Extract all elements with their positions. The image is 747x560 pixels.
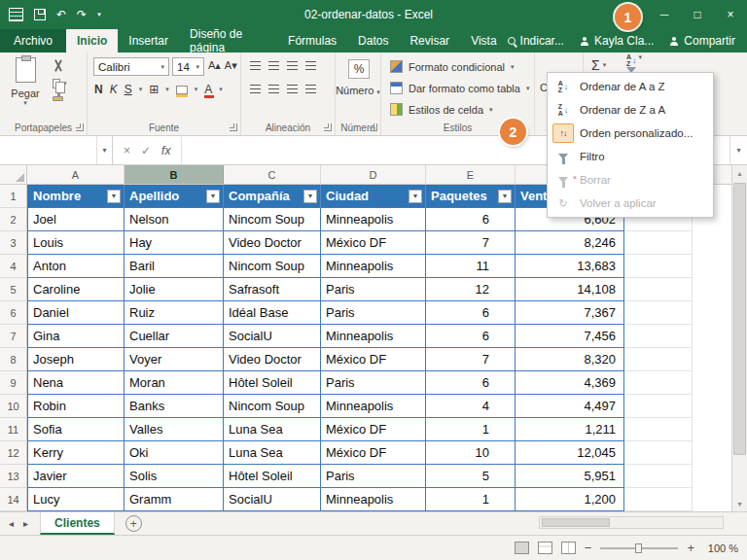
row-number[interactable]: 5 (0, 278, 27, 301)
horizontal-scrollbar[interactable] (539, 516, 724, 529)
cell[interactable]: SocialU (224, 488, 321, 511)
cell[interactable]: Minneapolis (321, 208, 426, 231)
fill-color-icon[interactable] (176, 86, 188, 94)
column-header-c[interactable]: C (224, 165, 321, 185)
zoom-in-icon[interactable]: + (687, 541, 694, 555)
cell[interactable]: 1 (426, 418, 516, 441)
save-icon[interactable] (34, 9, 46, 20)
merge-center-icon[interactable] (305, 85, 316, 93)
orientation-icon[interactable] (305, 61, 316, 70)
cell[interactable]: Idéal Base (224, 301, 321, 325)
filter-dropdown-icon[interactable]: ▼ (498, 190, 512, 203)
cell[interactable]: 10 (426, 441, 516, 465)
cell[interactable]: Moran (124, 371, 224, 395)
cut-button[interactable] (53, 60, 67, 71)
scroll-down-icon[interactable]: ▼ (732, 496, 747, 511)
zoom-slider[interactable] (600, 547, 678, 549)
header-cell-paquetes[interactable]: Paquetes▼ (426, 185, 516, 208)
row-number[interactable]: 6 (0, 301, 27, 325)
cell[interactable]: Minneapolis (321, 325, 426, 348)
sheet-tab-clientes[interactable]: Clientes (40, 512, 115, 535)
empty-cell[interactable] (624, 441, 693, 465)
cell[interactable]: México DF (321, 231, 426, 255)
page-break-view-icon[interactable] (561, 542, 576, 554)
header-cell-apellido[interactable]: Apellido▼ (124, 185, 224, 208)
cell[interactable]: Gramm (124, 488, 224, 511)
align-center-icon[interactable] (268, 85, 279, 93)
cell[interactable]: 6 (426, 208, 516, 231)
header-cell-compania[interactable]: Compañía▼ (224, 185, 321, 208)
align-left-icon[interactable] (250, 85, 261, 93)
maximize-button[interactable]: □ (681, 0, 714, 29)
copy-button[interactable]: ▾ (53, 79, 67, 88)
cell[interactable]: Luna Sea (224, 441, 321, 465)
cell[interactable]: 7 (426, 348, 516, 371)
cell[interactable]: Ruiz (124, 301, 224, 325)
cell[interactable]: Joel (27, 208, 124, 231)
increase-font-button[interactable]: A▴ (208, 59, 221, 72)
empty-cell[interactable] (624, 301, 693, 325)
font-color-button[interactable]: A (204, 83, 212, 96)
cell[interactable]: Banks (124, 395, 224, 418)
cell[interactable]: 6 (426, 325, 516, 348)
menu-item-sort-za[interactable]: ZA↓ Ordenar de Z a A (548, 98, 713, 122)
share-button[interactable]: Compartir (669, 34, 735, 48)
page-layout-view-icon[interactable] (538, 542, 552, 554)
sheet-next-icon[interactable]: ▸ (23, 518, 28, 529)
tab-formulas[interactable]: Fórmulas (277, 29, 347, 52)
tell-me-box[interactable]: Indicar... (508, 34, 564, 48)
select-all-corner[interactable] (0, 165, 27, 185)
account-user[interactable]: Kayla Cla... (580, 34, 654, 48)
name-box[interactable] (0, 136, 97, 164)
cell[interactable]: Voyer (124, 348, 224, 371)
menu-item-filter[interactable]: Filtro (548, 145, 713, 168)
align-bottom-icon[interactable] (287, 61, 298, 70)
row-number[interactable]: 8 (0, 348, 27, 371)
column-header-a[interactable]: A (27, 165, 124, 185)
cell[interactable]: Gina (27, 325, 124, 348)
dialog-launcher-icon[interactable] (370, 123, 377, 131)
cell[interactable]: Jolie (124, 278, 224, 301)
bold-button[interactable]: N (94, 83, 103, 96)
cell[interactable]: Paris (321, 278, 426, 301)
horizontal-scrollbar-thumb[interactable] (542, 518, 610, 527)
underline-caret-icon[interactable]: ▾ (139, 86, 143, 93)
header-cell-nombre[interactable]: Nombre▼ (27, 185, 124, 208)
cell[interactable]: 6 (426, 371, 516, 395)
dialog-launcher-icon[interactable] (230, 123, 237, 131)
row-number[interactable]: 2 (0, 208, 27, 231)
cell[interactable]: 8,246 (516, 231, 624, 255)
row-number[interactable]: 7 (0, 325, 27, 348)
font-size-combo[interactable]: 14▾ (172, 57, 204, 76)
minimize-button[interactable]: ─ (648, 0, 681, 29)
customize-qat-icon[interactable]: ▾ (97, 11, 101, 18)
tab-vista[interactable]: Vista (460, 29, 507, 52)
cell[interactable]: 12,045 (516, 441, 624, 465)
vertical-scrollbar[interactable]: ▲ ▼ (731, 165, 747, 511)
cell[interactable]: 4,497 (516, 395, 624, 418)
zoom-slider-thumb[interactable] (635, 543, 642, 553)
filter-dropdown-icon[interactable]: ▼ (303, 190, 317, 203)
cell[interactable]: Paris (321, 301, 426, 325)
empty-cell[interactable] (624, 278, 693, 301)
row-number[interactable]: 4 (0, 255, 27, 278)
sheet-prev-icon[interactable]: ◂ (9, 518, 14, 529)
empty-cell[interactable] (624, 325, 693, 348)
cell[interactable]: 5 (426, 465, 516, 488)
sort-filter-button[interactable]: AZ↓ ▾ (626, 53, 642, 73)
cell[interactable]: Louis (27, 231, 124, 255)
cell[interactable]: 6 (426, 301, 516, 325)
empty-cell[interactable] (624, 371, 693, 395)
cell[interactable]: 13,683 (516, 255, 624, 278)
cell[interactable]: 14,108 (516, 278, 624, 301)
close-button[interactable]: × (714, 0, 747, 29)
format-painter-button[interactable] (53, 96, 67, 101)
cell[interactable]: Javier (27, 465, 124, 488)
conditional-formatting-button[interactable]: Formato condicional▾ (390, 60, 515, 73)
autosum-button[interactable]: Σ▾ (591, 57, 606, 73)
tab-archivo[interactable]: Archivo (0, 29, 66, 52)
cell[interactable]: Hôtel Soleil (224, 465, 321, 488)
cell[interactable]: 1,211 (516, 418, 624, 441)
cell[interactable]: México DF (321, 418, 426, 441)
cell[interactable]: 4 (426, 395, 516, 418)
